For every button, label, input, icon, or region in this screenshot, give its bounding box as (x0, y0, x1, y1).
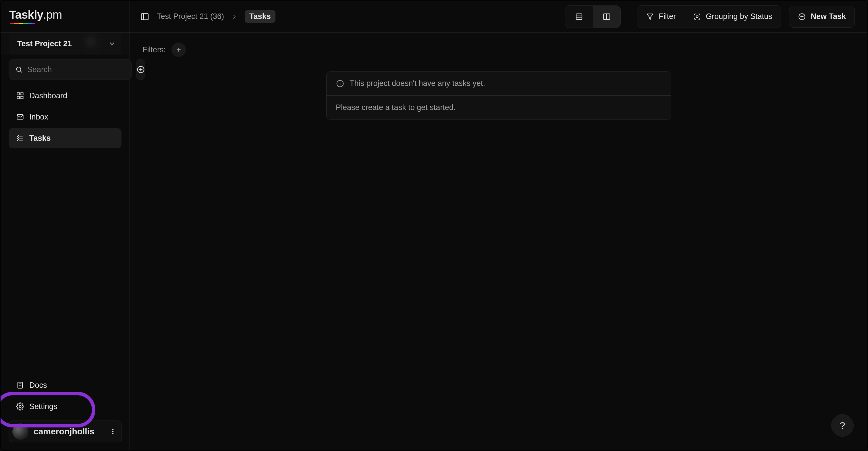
sidebar-item-label: Tasks (29, 134, 51, 143)
main: Test Project 21 (36) Tasks (130, 1, 867, 450)
view-board-button[interactable] (593, 6, 620, 28)
svg-point-17 (113, 429, 114, 430)
brand-row: Taskly.pm (1, 1, 129, 33)
svg-point-36 (340, 82, 340, 83)
columns-icon (602, 12, 611, 21)
mail-icon (16, 113, 24, 121)
sidebar-item-tasks[interactable]: Tasks (9, 128, 122, 148)
svg-marker-27 (647, 14, 653, 19)
more-vertical-icon (110, 428, 116, 434)
sidebar-nav: Dashboard Inbox Tasks (1, 86, 129, 148)
sidebar-item-label: Dashboard (29, 91, 67, 100)
grid-icon (16, 92, 24, 100)
filter-icon (646, 12, 654, 21)
sidebar-item-settings[interactable]: Settings (9, 396, 122, 417)
content: Filters: This project doesn't have any t… (130, 33, 867, 129)
sidebar-item-dashboard[interactable]: Dashboard (9, 86, 122, 106)
user-name: cameronjhollis (34, 427, 104, 437)
divider (629, 10, 629, 24)
avatar (12, 423, 28, 440)
plus-circle-icon (798, 12, 806, 21)
add-button[interactable] (136, 59, 145, 80)
info-icon (336, 79, 344, 88)
svg-point-28 (696, 16, 698, 18)
sidebar-item-inbox[interactable]: Inbox (9, 107, 122, 127)
list-check-icon (16, 134, 24, 142)
gear-icon (16, 402, 24, 411)
new-task-button-label: New Task (811, 12, 846, 21)
book-icon (16, 381, 24, 389)
empty-state-subtitle: Please create a task to get started. (336, 103, 456, 112)
grouping-icon (693, 12, 701, 21)
svg-rect-22 (576, 14, 582, 20)
sidebar-item-label: Docs (29, 381, 47, 390)
view-toggle (565, 5, 621, 28)
svg-rect-20 (141, 13, 148, 20)
help-button[interactable]: ? (831, 414, 854, 437)
sidebar: Taskly.pm Test Project 21 (1, 1, 130, 450)
svg-rect-5 (17, 93, 20, 95)
filters-label: Filters: (143, 46, 166, 54)
project-switcher[interactable]: Test Project 21 (9, 33, 122, 55)
filters-row: Filters: (143, 42, 855, 57)
svg-point-19 (113, 433, 114, 434)
chevron-right-icon (231, 13, 238, 20)
brand-logo: Taskly.pm (9, 8, 62, 25)
empty-state-card: This project doesn't have any tasks yet.… (326, 71, 671, 120)
grouping-button-label: Grouping by Status (706, 12, 772, 21)
view-list-button[interactable] (565, 6, 593, 28)
filter-button-label: Filter (659, 12, 676, 21)
svg-line-1 (21, 71, 22, 72)
help-icon-label: ? (840, 420, 845, 431)
svg-rect-6 (21, 93, 23, 95)
header: Test Project 21 (36) Tasks (130, 1, 867, 33)
search-input[interactable] (27, 65, 125, 74)
chevron-down-icon (108, 40, 116, 48)
sidebar-item-label: Settings (29, 402, 57, 411)
filter-group: Filter Grouping by Status (637, 5, 781, 28)
new-task-button[interactable]: New Task (789, 6, 855, 28)
svg-point-16 (19, 405, 21, 408)
filter-button[interactable]: Filter (638, 6, 684, 28)
add-filter-button[interactable] (172, 42, 186, 57)
brand-suffix: .pm (43, 8, 62, 21)
panel-left-icon (140, 12, 149, 21)
plus-icon (175, 46, 182, 53)
sidebar-item-label: Inbox (29, 113, 48, 121)
toggle-sidebar-button[interactable] (138, 10, 152, 24)
brand-name: Taskly (9, 8, 43, 21)
plus-circle-icon (136, 65, 145, 74)
search-icon (15, 66, 23, 73)
grouping-button[interactable]: Grouping by Status (684, 6, 781, 28)
sidebar-bottom: Docs Settings cameronjhollis (1, 375, 129, 450)
empty-state-title: This project doesn't have any tasks yet. (349, 79, 485, 88)
user-menu[interactable]: cameronjhollis (9, 421, 122, 442)
svg-point-18 (113, 431, 114, 432)
sidebar-item-docs[interactable]: Docs (9, 375, 122, 395)
search-box[interactable] (9, 59, 131, 80)
list-icon (575, 12, 583, 21)
breadcrumb-current: Tasks (245, 10, 275, 23)
breadcrumb-project[interactable]: Test Project 21 (36) (157, 12, 224, 21)
project-switcher-label: Test Project 21 (17, 39, 72, 48)
svg-rect-7 (21, 96, 23, 98)
svg-rect-8 (17, 96, 20, 98)
